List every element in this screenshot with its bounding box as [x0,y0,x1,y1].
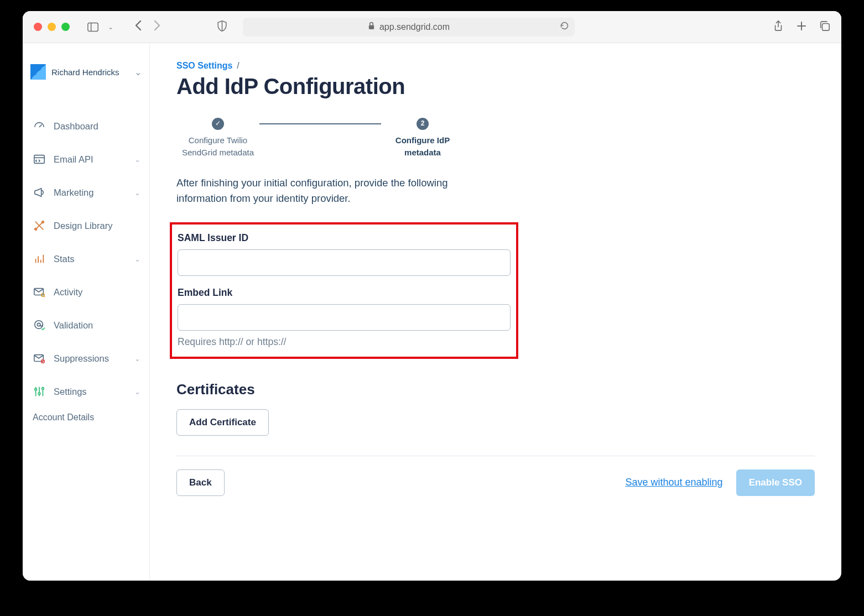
reload-button[interactable] [560,21,569,33]
svg-point-20 [35,321,43,329]
at-check-icon [33,319,46,332]
app-content: Richard Hendricks ⌄ Dashboard Email API … [23,43,841,581]
lock-icon [368,22,375,32]
sidebar-item-marketing[interactable]: Marketing ⌄ [23,176,149,209]
chevron-down-icon: ⌄ [134,255,140,263]
sidebar: Richard Hendricks ⌄ Dashboard Email API … [23,43,150,581]
sidebar-item-activity[interactable]: Activity [23,275,149,309]
privacy-shield-icon[interactable] [217,20,227,34]
code-window-icon [33,153,46,166]
saml-issuer-id-input[interactable] [178,249,511,276]
sidebar-item-label: Suppressions [54,353,109,364]
field-label: Embed Link [178,287,511,299]
sliders-icon [33,385,46,398]
sidebar-menu-chevron-icon[interactable]: ⌄ [103,19,118,35]
avatar [30,64,46,80]
field-embed-link: Embed Link Requires http:// or https:// [178,287,511,348]
minimize-window-button[interactable] [48,23,56,31]
svg-rect-7 [34,155,44,164]
step-2: 2 Configure IdP metadata [381,118,464,159]
sidebar-item-label: Settings [54,387,87,397]
step-label-line: SendGrid metadata [182,147,254,159]
breadcrumb-separator: / [237,61,239,71]
highlight-idp-fields: SAML Issuer ID Embed Link Requires http:… [170,222,518,359]
enable-sso-button[interactable]: Enable SSO [736,469,815,496]
sidebar-item-stats[interactable]: Stats ⌄ [23,242,149,275]
megaphone-icon [33,186,46,199]
main-panel: SSO Settings / Add IdP Configuration Con… [150,43,841,581]
tabs-overview-button[interactable] [819,20,830,34]
close-window-button[interactable] [34,23,42,31]
stepper: Configure Twilio SendGrid metadata 2 Con… [176,118,464,159]
step-label-line: Configure IdP [395,134,450,147]
sidebar-item-settings[interactable]: Settings ⌄ [23,375,149,408]
sidebar-item-label: Dashboard [54,121,98,132]
svg-point-26 [35,389,37,391]
svg-line-6 [39,124,42,127]
account-switcher[interactable]: Richard Hendricks ⌄ [23,61,149,83]
svg-line-19 [44,296,45,297]
bar-chart-icon [33,252,46,265]
certificates-heading: Certificates [176,381,815,398]
sidebar-item-label: Activity [54,287,82,297]
field-saml-issuer-id: SAML Issuer ID [178,232,511,276]
step-number-badge: 2 [417,118,429,130]
svg-rect-5 [822,23,829,30]
sidebar-item-label: Email API [54,154,93,165]
step-connector [259,123,381,124]
chevron-down-icon: ⌄ [134,189,140,197]
step-label-line: Configure Twilio [189,134,247,147]
field-hint: Requires http:// or https:// [178,336,511,348]
sidebar-item-design-library[interactable]: Design Library [23,209,149,242]
svg-rect-0 [88,23,98,31]
sidebar-item-label: Validation [54,320,93,331]
browser-window: ⌄ app.sendgrid.com [23,11,841,581]
share-button[interactable] [773,20,784,34]
sidebar-item-suppressions[interactable]: Suppressions ⌄ [23,342,149,375]
sidebar-item-label: Design Library [54,221,112,231]
maximize-window-button[interactable] [61,23,70,31]
chevron-down-icon: ⌄ [134,155,140,164]
window-controls [34,23,70,31]
breadcrumb-parent-link[interactable]: SSO Settings [176,61,232,71]
url-host: app.sendgrid.com [379,22,450,32]
sidebar-item-email-api[interactable]: Email API ⌄ [23,143,149,176]
design-tools-icon [33,219,46,232]
step-label-line: metadata [404,147,441,159]
breadcrumb: SSO Settings / [176,61,815,71]
add-certificate-button[interactable]: Add Certificate [176,409,269,436]
chevron-down-icon: ⌄ [134,388,140,396]
embed-link-input[interactable] [178,304,511,331]
sidebar-item-dashboard[interactable]: Dashboard [23,109,149,143]
user-name: Richard Hendricks [51,67,119,77]
sidebar-item-label: Stats [54,254,75,264]
sidebar-toggle-button[interactable] [85,19,101,35]
svg-point-30 [42,388,44,390]
sidebar-item-label: Marketing [54,187,93,198]
sidebar-sublink-label: Account Details [33,413,94,422]
sidebar-item-validation[interactable]: Validation [23,309,149,342]
svg-point-28 [38,393,40,395]
address-bar[interactable]: app.sendgrid.com [243,18,575,36]
gauge-icon [33,119,46,133]
svg-point-21 [37,323,40,326]
forward-button[interactable] [153,20,162,34]
back-button[interactable] [134,20,143,34]
chevron-down-icon: ⌄ [134,67,142,77]
field-label: SAML Issuer ID [178,232,511,244]
page-title: Add IdP Configuration [176,74,815,99]
new-tab-button[interactable] [796,20,807,34]
form-footer: Back Save without enabling Enable SSO [176,456,815,513]
intro-text: After finishing your initial configurati… [176,175,486,207]
save-without-enabling-link[interactable]: Save without enabling [626,477,723,488]
check-icon [212,118,224,130]
envelope-search-icon [33,285,46,299]
sidebar-sublink-account-details[interactable]: Account Details [23,408,149,427]
titlebar: ⌄ app.sendgrid.com [23,11,841,43]
step-1: Configure Twilio SendGrid metadata [176,118,259,159]
envelope-blocked-icon [33,352,46,365]
back-button[interactable]: Back [176,469,225,496]
chevron-down-icon: ⌄ [134,354,140,363]
svg-rect-2 [369,25,374,29]
